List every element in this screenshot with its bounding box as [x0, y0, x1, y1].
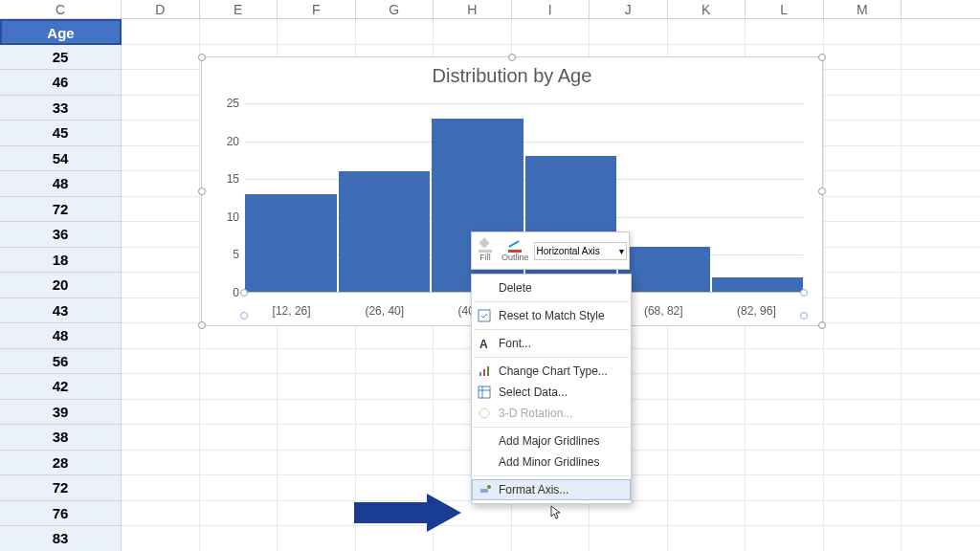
- col-header-E[interactable]: E: [200, 0, 278, 18]
- axis-selection-handle[interactable]: [800, 312, 808, 320]
- y-axis: 0510152025: [214, 103, 243, 293]
- menu-change-chart[interactable]: Change Chart Type...: [472, 361, 631, 382]
- cell[interactable]: 18: [0, 248, 122, 274]
- y-tick: 10: [227, 210, 239, 224]
- y-tick: 0: [233, 286, 239, 299]
- col-header-F[interactable]: F: [278, 0, 356, 18]
- chart-bar[interactable]: [245, 194, 337, 293]
- cell[interactable]: 38: [0, 425, 122, 451]
- svg-rect-5: [479, 386, 490, 398]
- age-header-cell[interactable]: Age: [0, 19, 122, 45]
- chart-bar[interactable]: [339, 171, 431, 293]
- cell[interactable]: 83: [0, 526, 122, 551]
- y-tick: 20: [227, 135, 239, 148]
- rotation-icon: [478, 407, 491, 420]
- menu-font[interactable]: A Font...: [472, 333, 631, 354]
- axis-selection-handle[interactable]: [240, 312, 248, 320]
- resize-handle[interactable]: [198, 54, 206, 61]
- menu-format-axis[interactable]: Format Axis...: [472, 479, 631, 500]
- x-tick: [12, 26]: [245, 304, 338, 318]
- chart-icon: [478, 364, 491, 378]
- element-selector[interactable]: Horizontal Axis ▾: [534, 242, 627, 260]
- menu-minor-gridlines[interactable]: Add Minor Gridlines: [472, 452, 631, 473]
- reset-icon: [478, 309, 491, 322]
- resize-handle[interactable]: [818, 54, 826, 61]
- svg-rect-4: [487, 366, 489, 376]
- outline-label: Outline: [501, 253, 529, 262]
- col-header-J[interactable]: J: [590, 0, 668, 18]
- chart-bar[interactable]: [525, 156, 617, 293]
- menu-select-data[interactable]: Select Data...: [472, 382, 631, 403]
- cell[interactable]: 56: [0, 349, 122, 375]
- svg-point-10: [487, 485, 491, 489]
- y-tick: 5: [233, 248, 239, 261]
- cell[interactable]: 46: [0, 70, 122, 96]
- cell[interactable]: 33: [0, 96, 122, 121]
- svg-rect-3: [483, 369, 485, 376]
- y-tick: 15: [227, 172, 239, 186]
- cell[interactable]: 36: [0, 222, 122, 248]
- axis-selection-handle[interactable]: [800, 289, 808, 297]
- menu-3d-rotation: 3-D Rotation...: [472, 403, 631, 424]
- chart-title[interactable]: Distribution by Age: [202, 57, 822, 87]
- cell[interactable]: 42: [0, 374, 122, 400]
- resize-handle[interactable]: [508, 54, 516, 61]
- fill-button[interactable]: Fill: [474, 239, 497, 262]
- y-tick: 25: [227, 97, 239, 110]
- data-icon: [478, 386, 491, 399]
- svg-point-8: [479, 408, 489, 418]
- chart-bar[interactable]: [712, 277, 804, 293]
- col-header-C[interactable]: C: [0, 0, 122, 18]
- col-header-I[interactable]: I: [512, 0, 590, 18]
- cursor-icon: [550, 505, 564, 523]
- outline-icon: [508, 239, 522, 253]
- axis-selection-handle[interactable]: [240, 289, 248, 297]
- col-header-H[interactable]: H: [434, 0, 512, 18]
- col-header-K[interactable]: K: [668, 0, 746, 18]
- resize-handle[interactable]: [198, 187, 206, 195]
- chevron-down-icon: ▾: [619, 246, 624, 256]
- column-headers: C D E F G H I J K L M: [0, 0, 980, 19]
- menu-major-gridlines[interactable]: Add Major Gridlines: [472, 430, 631, 452]
- column-c: Age 25 46 33 45 54 48 72 36 18 20 43 48 …: [0, 19, 122, 551]
- cell[interactable]: 48: [0, 171, 122, 197]
- format-axis-icon: [479, 483, 492, 496]
- cell[interactable]: 25: [0, 45, 122, 71]
- col-header-D[interactable]: D: [122, 0, 200, 18]
- cell[interactable]: 76: [0, 501, 122, 527]
- cell[interactable]: 20: [0, 273, 122, 298]
- resize-handle[interactable]: [198, 321, 206, 329]
- cell[interactable]: 72: [0, 197, 122, 223]
- cell[interactable]: 43: [0, 298, 122, 324]
- x-tick: (82, 96]: [710, 304, 803, 318]
- selector-text: Horizontal Axis: [537, 246, 600, 256]
- x-tick: (26, 40]: [338, 304, 431, 318]
- col-header-G[interactable]: G: [356, 0, 434, 18]
- svg-rect-9: [480, 489, 488, 493]
- font-icon: A: [478, 337, 491, 350]
- cell[interactable]: 39: [0, 400, 122, 426]
- resize-handle[interactable]: [818, 187, 826, 195]
- chart-bar[interactable]: [618, 247, 710, 293]
- col-header-L[interactable]: L: [746, 0, 824, 18]
- cell[interactable]: 28: [0, 451, 122, 476]
- mini-toolbar: Fill Outline Horizontal Axis ▾: [471, 231, 630, 270]
- resize-handle[interactable]: [818, 321, 826, 329]
- fill-label: Fill: [479, 253, 491, 262]
- col-header-M[interactable]: M: [824, 0, 902, 18]
- context-menu: Delete Reset to Match Style A Font... Ch…: [471, 274, 632, 504]
- fill-icon: [479, 239, 492, 253]
- svg-rect-0: [479, 310, 490, 321]
- menu-delete[interactable]: Delete: [472, 277, 631, 298]
- cell[interactable]: 54: [0, 146, 122, 172]
- menu-reset[interactable]: Reset to Match Style: [472, 305, 631, 326]
- svg-text:A: A: [479, 338, 488, 350]
- svg-rect-2: [479, 372, 481, 376]
- outline-button[interactable]: Outline: [497, 239, 534, 262]
- cell[interactable]: 72: [0, 475, 122, 501]
- cell[interactable]: 45: [0, 121, 122, 146]
- cell[interactable]: 48: [0, 323, 122, 349]
